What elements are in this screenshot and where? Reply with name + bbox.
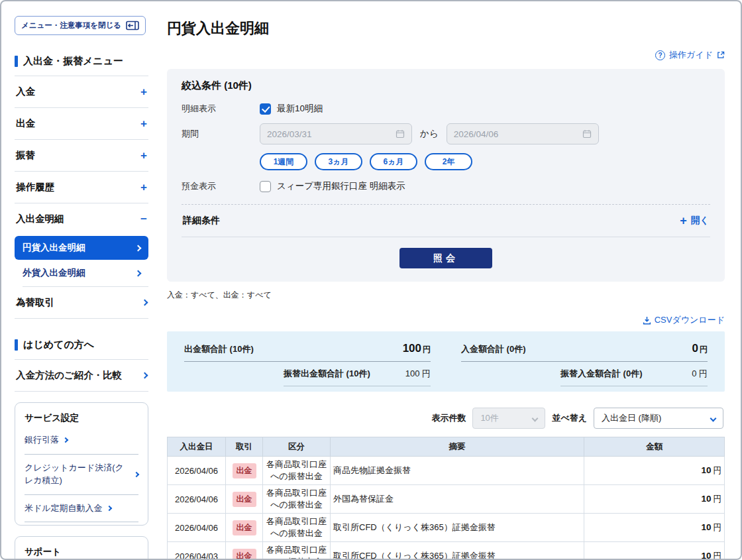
detail-conditions-label: 詳細条件 [183,215,220,227]
chevron-down-icon [710,415,717,421]
period-filter-label: 期間 [182,128,260,140]
link-usd-auto-deposit[interactable]: 米ドル定期自動入金 [25,495,138,523]
operation-guide-link[interactable]: ? 操作ガイド [655,49,725,61]
chevron-down-icon [532,415,539,421]
cell-amount: 10円 [584,457,725,485]
table-header-row: 入出金日 取引 区分 摘要 金額 [168,437,725,457]
link-bank-debit[interactable]: 銀行引落 [25,427,138,455]
deposit-display-label: 預金表示 [182,180,260,192]
withdrawal-total-row: 出金額合計 (10件) 100円 [184,342,431,362]
support-title: サポート [25,546,138,558]
period-shortcut-buttons: 1週間 3ヵ月 6ヵ月 2年 [260,153,710,170]
header-type: 取引 [226,437,263,457]
guide-row: ? 操作ガイド [167,49,725,61]
open-detail-conditions-link[interactable]: + 開く [680,215,709,227]
sidebar-item-transfer[interactable]: 振替 + [15,140,148,172]
chevron-right-icon [135,270,142,276]
service-settings-card: サービス設定 銀行引落 クレジットカード決済(クレカ積立) 米ドル定期自動入金 [15,402,148,526]
cell-type: 出金 [226,457,263,485]
sidebar-item-deposit-intro[interactable]: 入金方法のご紹介・比較 [15,360,148,392]
inquiry-button[interactable]: 照会 [399,248,492,268]
plus-icon[interactable]: + [140,118,147,129]
csv-row: CSVダウンロード [167,314,725,326]
beginners-section-header: はじめての方へ [15,339,148,351]
service-settings-title: サービス設定 [25,412,138,424]
sidebar-item-jpy-statement[interactable]: 円貨入出金明細 [15,236,148,260]
chevron-right-icon [63,437,68,443]
date-from-input[interactable]: 2026/03/31 [260,123,412,144]
filter-title: 絞込条件 (10件) [182,80,710,92]
link-label: 米ドル定期自動入金 [25,502,103,515]
header-description: 摘要 [331,437,584,457]
cell-category: 各商品取引口座への振替出金 [263,542,331,559]
summary-box: 出金額合計 (10件) 100円 振替出金額合計 (10件) 100 円 入金額… [167,331,725,392]
chevron-right-icon [106,506,111,511]
date-to-input[interactable]: 2026/04/06 [447,123,599,144]
sweep-account-checkbox-label[interactable]: スィープ専用銀行口座 明細表示 [277,180,405,192]
cell-description: 取引所CFD（くりっく株365）証拠金振替 [331,514,584,542]
link-label: 銀行引落 [25,434,59,447]
sort-label: 並べ替え [552,412,587,424]
sort-select[interactable]: 入出金日 (降順) [594,408,723,429]
deposit-total-label: 入金額合計 (0件) [461,343,526,355]
sidebar-item-label: 為替取引 [16,296,54,309]
sidebar-item-withdrawal[interactable]: 出金 + [15,108,148,140]
sidebar-item-label: 振替 [16,149,35,162]
page-size-select[interactable]: 10件 [472,408,545,429]
cell-category: 各商品取引口座への振替出金 [263,514,331,542]
link-label: クレジットカード決済(クレカ積立) [25,462,130,487]
app-window: メニュー・注意事項を閉じる 入出金・振替メニュー 入金 + 出金 + 振替 + … [0,0,742,560]
support-card: サポート 定期・臨時システムメンテナンスのお知らせ [15,536,148,560]
sidebar-item-label: 円貨入出金明細 [23,242,85,254]
period-6month-button[interactable]: 6ヵ月 [370,153,417,170]
plus-icon[interactable]: + [140,150,147,161]
latest10-checkbox-label[interactable]: 最新10明細 [277,103,323,115]
sidebar-item-fx-statement[interactable]: 外貨入出金明細 [15,261,148,285]
detail-conditions-row: 詳細条件 + 開く [182,205,710,237]
page-size-value: 10件 [480,412,498,424]
close-menu-button[interactable]: メニュー・注意事項を閉じる [15,16,146,35]
period-1week-button[interactable]: 1週間 [260,153,307,170]
calendar-icon [582,129,592,139]
cell-amount: 10円 [584,542,725,559]
deposit-display-row: 預金表示 スィープ専用銀行口座 明細表示 [182,180,710,192]
cell-category: 各商品取引口座への振替出金 [263,485,331,514]
header-amount: 金額 [584,437,725,457]
sweep-account-checkbox[interactable] [260,181,271,192]
minus-icon[interactable]: − [140,213,147,225]
menu-section-title: 入出金・振替メニュー [23,55,123,68]
cell-type: 出金 [226,514,263,542]
cell-amount: 10円 [584,485,725,514]
guide-link-label: 操作ガイド [669,49,713,61]
section-accent-bar [15,339,18,351]
date-to-value: 2026/04/06 [454,129,499,139]
sort-value: 入出金日 (降順) [602,412,661,424]
sidebar-item-statement[interactable]: 入出金明細 − [15,203,148,235]
plus-icon[interactable]: + [140,86,147,97]
date-from-value: 2026/03/31 [267,129,312,139]
deposit-summary-column: 入金額合計 (0件) 0円 振替入金額合計 (0件) 0 円 [461,342,708,386]
transfer-deposit-total-row: 振替入金額合計 (0件) 0 円 [560,362,708,386]
cell-type: 出金 [226,485,263,514]
csv-download-link[interactable]: CSVダウンロード [643,314,725,326]
sidebar-item-deposit[interactable]: 入金 + [15,76,148,108]
cell-date: 2026/04/06 [168,485,226,514]
table-row: 2026/04/06 出金 各商品取引口座への振替出金 取引所CFD（くりっく株… [168,514,725,542]
plus-icon[interactable]: + [140,182,147,193]
calendar-icon [396,129,405,139]
period-2year-button[interactable]: 2年 [425,153,472,170]
sidebar-item-exchange[interactable]: 為替取引 [15,287,148,319]
collapse-panel-icon [126,21,139,30]
sidebar: メニュー・注意事項を閉じる 入出金・振替メニュー 入金 + 出金 + 振替 + … [1,1,158,559]
submit-row: 照会 [182,237,710,268]
link-credit-card[interactable]: クレジットカード決済(クレカ積立) [25,455,138,495]
sidebar-item-history[interactable]: 操作履歴 + [15,172,148,203]
cell-amount: 10円 [584,514,725,542]
period-3month-button[interactable]: 3ヵ月 [315,153,362,170]
withdrawal-total-label: 出金額合計 (10件) [184,343,254,355]
transfer-withdrawal-total-label: 振替出金額合計 (10件) [284,368,370,380]
latest10-checkbox[interactable] [260,103,271,115]
table-controls-row: 表示件数 10件 並べ替え 入出金日 (降順) [167,408,725,429]
transfer-withdrawal-total-row: 振替出金額合計 (10件) 100 円 [284,362,431,386]
transfer-withdrawal-total-value: 100 円 [405,368,431,380]
